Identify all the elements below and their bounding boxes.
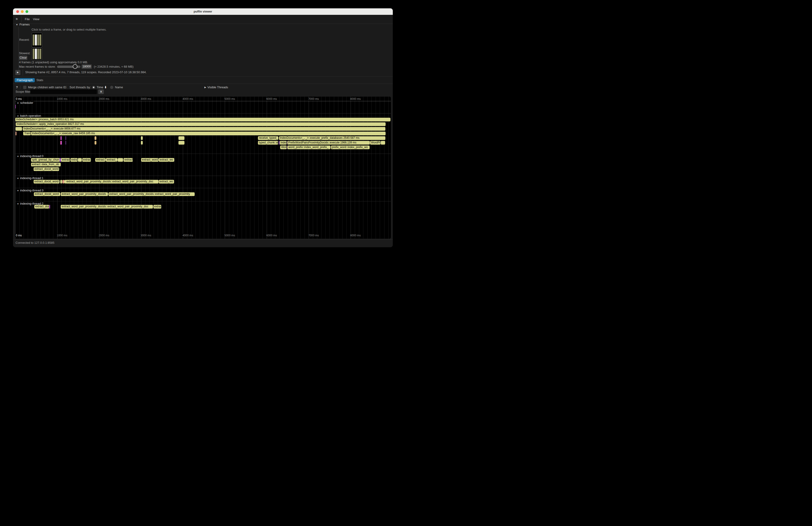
scope-bar-Word[interactable]: Word — [280, 146, 287, 149]
scope-bar-IndexDocuments_[interactable]: IndexDocuments<_, _>::execute_raw 8459.1… — [31, 132, 386, 135]
scope-bar-typed_chunk::w[interactable]: typed_chunk::w — [258, 141, 278, 145]
play-button[interactable]: ▶ — [15, 70, 20, 75]
divider — [20, 86, 20, 89]
thread-header-indexing-thread:0[interactable]: ▼indexing-thread:0 — [16, 154, 44, 158]
clear-button[interactable]: Clear — [19, 56, 27, 60]
scope-bar-extract_word_pair_proximity_docids::extr[interactable]: extract_word_pair_proximity_docids::extr… — [61, 205, 153, 208]
scope-bar-WordPr[interactable]: WordPr — [370, 141, 380, 145]
scope-bar-extra[interactable]: extra — [70, 158, 78, 162]
frame-bar[interactable] — [33, 34, 34, 45]
scope-bar-extract::data_from_ob[interactable]: extract::data_from_ob — [31, 163, 61, 166]
scope-bar-extract_doc[interactable]: extract_doc — [34, 205, 49, 208]
frame-bar-selected[interactable] — [35, 34, 37, 45]
max-frames-value[interactable]: 18000 — [82, 64, 92, 69]
axis-tick-label: 1000 ms — [56, 234, 68, 237]
scope-filter-input[interactable] — [30, 89, 97, 94]
scope-bar-split_grenad_by_chun[interactable]: split_grenad_by_chun — [31, 158, 60, 162]
frame-bar[interactable] — [33, 49, 34, 59]
scope-bar-IndexDocuments_[interactable]: IndexDocuments<_, _>::execute_prefix_dat… — [279, 136, 386, 140]
sort-name-radio[interactable] — [110, 86, 113, 89]
menu-bar: ☀ File View — [13, 15, 393, 24]
frame-bar[interactable] — [37, 34, 39, 45]
scope-bar[interactable] — [178, 141, 185, 145]
menu-item-file[interactable]: File — [25, 17, 30, 21]
scope-bar[interactable] — [141, 136, 143, 140]
slowest-frames-thumbnail[interactable] — [32, 48, 42, 60]
scope-bar-IndexScheduler::process_batch[interactable]: IndexScheduler>::process_batch 8953.821 … — [15, 118, 390, 121]
scope-bar-extract_[interactable]: extract_ — [106, 158, 117, 162]
scope-bar[interactable] — [66, 141, 66, 145]
theme-toggle-icon[interactable]: ☀ — [15, 17, 18, 21]
scope-bar[interactable] — [141, 141, 143, 145]
scope-bar-prefix_word::index_prefix_wo[interactable]: prefix_word::index_prefix_wo — [331, 146, 369, 149]
thread-header-scheduler[interactable]: ▼scheduler — [16, 101, 34, 104]
scope-bar-extract_docid_word[interactable]: extract_docid_word — [33, 167, 59, 171]
thread-header-batch-operation[interactable]: ▼batch-operation — [16, 114, 42, 117]
frame-bar[interactable] — [37, 49, 39, 59]
scope-bar[interactable] — [287, 146, 287, 149]
clear-filter-button[interactable]: x — [98, 89, 104, 94]
scope-bar-extract_docid_word[interactable]: extract_docid_word — [33, 180, 60, 184]
scope-bar-IndexDocuments_[interactable]: IndexDocuments<_, _>::execute 8656.677 m… — [23, 127, 386, 131]
scope-bar-extract_word_pair_proximity_docids::extr[interactable]: extract_word_pair_proximity_docids::extr… — [66, 180, 159, 184]
scope-bar[interactable] — [118, 158, 123, 162]
scope-bar-extrac[interactable]: extrac — [154, 205, 161, 208]
scope-bar-extract_docid_word[interactable]: extract_docid_word — [34, 192, 60, 196]
thread-header-indexing-thread:3[interactable]: ▼indexing-thread:3 — [16, 189, 44, 192]
thread-header-indexing-thread:1[interactable]: ▼indexing-thread:1 — [16, 176, 44, 180]
sort-direction-arrow-icon[interactable]: ⬇ — [104, 86, 107, 89]
recent-frames-thumbnail[interactable] — [32, 33, 42, 47]
scope-bar[interactable] — [381, 141, 385, 145]
scope-bar-extrac[interactable]: extrac — [82, 158, 91, 162]
scope-bar[interactable] — [178, 136, 185, 140]
frames-section-header[interactable]: ▼Frames — [16, 23, 30, 26]
tab-flamegraph[interactable]: Flamegraph — [15, 78, 35, 82]
scope-bar-PrefixWordPairsProximityDocids::execute[interactable]: PrefixWordPairsProximityDocids::execute … — [287, 141, 370, 145]
frames-indent-guide — [18, 27, 19, 71]
scope-bar-extract_word[interactable]: extract_word — [141, 158, 159, 162]
scope-bar-extract_word_pair_proximity_docids[interactable]: extract_word_pair_proximity_docids — [61, 192, 108, 196]
tab-stats[interactable]: Stats — [34, 78, 45, 82]
scope-bar[interactable] — [61, 136, 62, 140]
sort-name-label[interactable]: Name — [115, 86, 123, 89]
visible-threads-header[interactable]: Visible Threads — [207, 86, 228, 89]
max-frames-label: Max recent frames to store: — [19, 65, 56, 68]
scope-bar-receive_typed_[interactable]: receive_typed_ — [258, 136, 278, 140]
flamegraph-canvas[interactable]: 0 ms0 ms1000 ms1000 ms2000 ms2000 ms3000… — [15, 97, 391, 239]
help-button[interactable]: ? — [16, 86, 18, 89]
scope-bar-index[interactable]: index — [280, 141, 287, 145]
menu-item-view[interactable]: View — [33, 17, 39, 21]
scope-bar[interactable] — [60, 180, 62, 184]
scope-bar[interactable] — [66, 136, 66, 140]
scope-bar[interactable] — [287, 141, 287, 145]
visible-threads-triangle-icon[interactable]: ▶ — [204, 86, 206, 88]
scope-bar[interactable] — [15, 105, 16, 108]
scope-bar-word_prefix::index_word_prefix_[interactable]: word_prefix::index_word_prefix_ — [287, 146, 331, 149]
scope-bar-extract_word_pair_proximity_docids::extr[interactable]: extract_word_pair_proximity_docids::extr… — [108, 192, 195, 196]
scope-bar-extract[interactable]: extract — [61, 158, 70, 162]
scope-bar-extract_[interactable]: extract_ — [95, 158, 106, 162]
scope-bar[interactable] — [78, 158, 82, 162]
scope-bar-IndexScheduler::apply_index_operation[interactable]: IndexScheduler>::apply_index_operation 8… — [16, 122, 386, 126]
sort-time-label[interactable]: Time — [97, 86, 103, 89]
merge-children-checkbox[interactable] — [23, 86, 26, 89]
scope-bar-extract[interactable]: extract — [124, 158, 133, 162]
scope-bar[interactable] — [61, 141, 62, 145]
frame-bar[interactable] — [39, 34, 41, 45]
scope-bar-extract_wo[interactable]: extract_wo — [159, 158, 174, 162]
merge-children-label[interactable]: Merge children with same ID — [28, 86, 66, 89]
scope-bar-Trans[interactable]: Trans — [23, 132, 31, 135]
sort-time-radio[interactable] — [92, 86, 95, 89]
scope-bar[interactable] — [95, 136, 97, 140]
frame-bar-selected[interactable] — [35, 49, 37, 59]
scope-bar[interactable] — [16, 127, 22, 131]
frame-bar[interactable] — [39, 49, 41, 59]
divider — [67, 86, 67, 89]
scope-bar[interactable] — [16, 132, 17, 135]
scope-bar[interactable] — [95, 141, 97, 145]
max-frames-slider-knob[interactable] — [73, 64, 77, 69]
scope-bar-extract_wo[interactable]: extract_wo — [159, 180, 174, 184]
scope-bar[interactable] — [279, 141, 279, 145]
scope-bar[interactable] — [62, 180, 64, 184]
scope-bar[interactable] — [49, 205, 50, 208]
